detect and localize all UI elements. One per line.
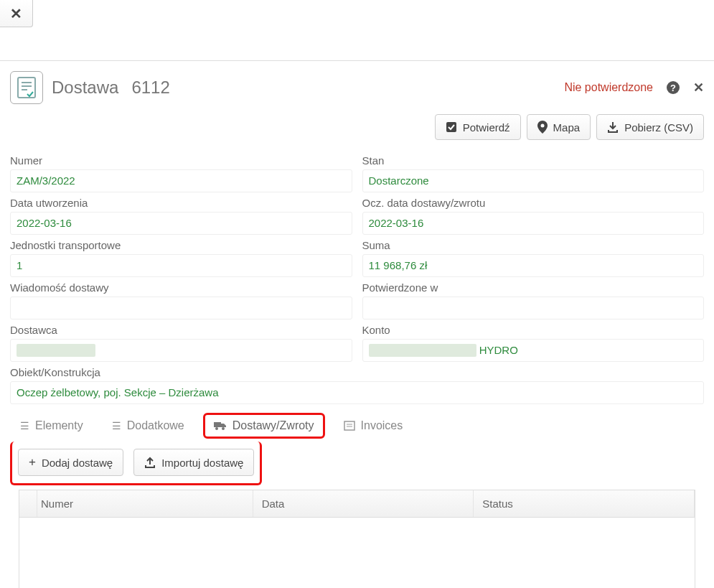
dostawca-value[interactable]: . <box>10 339 352 362</box>
confirm-button-label: Potwierdź <box>463 121 510 134</box>
tab-invoices-label: Invoices <box>361 419 403 432</box>
tab-invoices[interactable]: Invoices <box>334 414 413 438</box>
redacted-text: . <box>369 344 476 357</box>
check-icon <box>446 121 457 133</box>
window-close-button[interactable]: ✕ <box>0 0 33 27</box>
dostawca-label: Dostawca <box>10 321 352 339</box>
wiadomosc-label: Wiadomość dostawy <box>10 279 352 297</box>
svg-rect-6 <box>446 122 456 132</box>
jednostki-value[interactable]: 1 <box>10 254 352 277</box>
tab-elementy[interactable]: ☰ Elementy <box>10 414 93 438</box>
table-col-numer[interactable]: Numer <box>32 490 253 517</box>
download-csv-button[interactable]: Pobierz (CSV) <box>596 114 704 140</box>
add-delivery-label: Dodaj dostawę <box>42 457 113 469</box>
invoice-icon <box>344 421 355 431</box>
not-confirmed-label: Nie potwierdzone <box>564 81 653 94</box>
konto-suffix: HYDRO <box>476 344 518 356</box>
svg-point-10 <box>222 427 225 430</box>
ocz-label: Ocz. data dostawy/zwrotu <box>362 194 705 212</box>
data-utworzenia-label: Data utworzenia <box>10 194 352 212</box>
table-col-data[interactable]: Data <box>253 490 474 517</box>
stan-value[interactable]: Dostarczone <box>362 169 705 192</box>
add-delivery-button[interactable]: + Dodaj dostawę <box>18 449 123 476</box>
list-icon: ☰ <box>112 420 121 431</box>
confirm-button[interactable]: Potwierdź <box>435 114 521 140</box>
import-delivery-button[interactable]: Importuj dostawę <box>133 449 254 476</box>
map-button[interactable]: Mapa <box>527 114 591 140</box>
svg-text:?: ? <box>670 83 676 93</box>
help-icon[interactable]: ? <box>666 80 680 95</box>
plus-icon: + <box>29 455 36 470</box>
svg-rect-0 <box>18 78 35 98</box>
stan-label: Stan <box>362 151 705 169</box>
konto-value[interactable]: . HYDRO <box>362 339 705 362</box>
redacted-text: . <box>17 344 95 357</box>
svg-point-7 <box>540 124 544 128</box>
tab-dostawy-label: Dostawy/Zwroty <box>232 419 314 432</box>
truck-icon <box>214 421 227 431</box>
delivery-panel: Dostawa 6112 Nie potwierdzone ? ✕ Potwie… <box>0 60 714 588</box>
svg-rect-8 <box>214 422 221 427</box>
numer-value[interactable]: ZAM/3/2022 <box>10 169 352 192</box>
document-icon <box>10 71 43 104</box>
close-icon: ✕ <box>10 5 22 22</box>
tab-dodatkowe-label: Dodatkowe <box>127 419 184 432</box>
obiekt-label: Obiekt/Konstrukcja <box>10 363 704 381</box>
upload-icon <box>144 457 156 468</box>
import-delivery-label: Importuj dostawę <box>161 457 243 469</box>
map-pin-icon <box>537 121 548 134</box>
wiadomosc-value[interactable] <box>10 297 352 319</box>
jednostki-label: Jednostki transportowe <box>10 236 352 254</box>
data-utworzenia-value[interactable]: 2022-03-16 <box>10 212 352 235</box>
potwierdzone-label: Potwierdzone w <box>362 279 705 297</box>
download-csv-button-label: Pobierz (CSV) <box>624 121 693 134</box>
download-icon <box>607 121 619 133</box>
potwierdzone-value[interactable] <box>362 297 705 319</box>
panel-close-icon[interactable]: ✕ <box>693 80 704 95</box>
konto-label: Konto <box>362 321 705 339</box>
obiekt-value[interactable]: Oczep żelbetowy, poj. Sekcje – Dzierżawa <box>10 381 704 404</box>
suma-value[interactable]: 11 968,76 zł <box>362 254 705 277</box>
suma-label: Suma <box>362 236 705 254</box>
tab-elementy-label: Elementy <box>35 419 83 432</box>
map-button-label: Mapa <box>553 121 581 134</box>
tab-dodatkowe[interactable]: ☰ Dodatkowe <box>102 414 194 438</box>
svg-point-9 <box>215 427 218 430</box>
table-body-empty <box>19 518 695 588</box>
page-title: Dostawa <box>52 78 118 98</box>
numer-label: Numer <box>10 151 352 169</box>
page-title-number: 6112 <box>131 78 169 98</box>
list-icon: ☰ <box>20 420 29 431</box>
table-col-status[interactable]: Status <box>474 490 695 517</box>
deliveries-table: Numer Data Status <box>19 490 695 588</box>
tab-dostawy-zwroty[interactable]: Dostawy/Zwroty <box>203 413 325 439</box>
svg-rect-11 <box>344 421 354 430</box>
ocz-value[interactable]: 2022-03-16 <box>362 212 705 235</box>
